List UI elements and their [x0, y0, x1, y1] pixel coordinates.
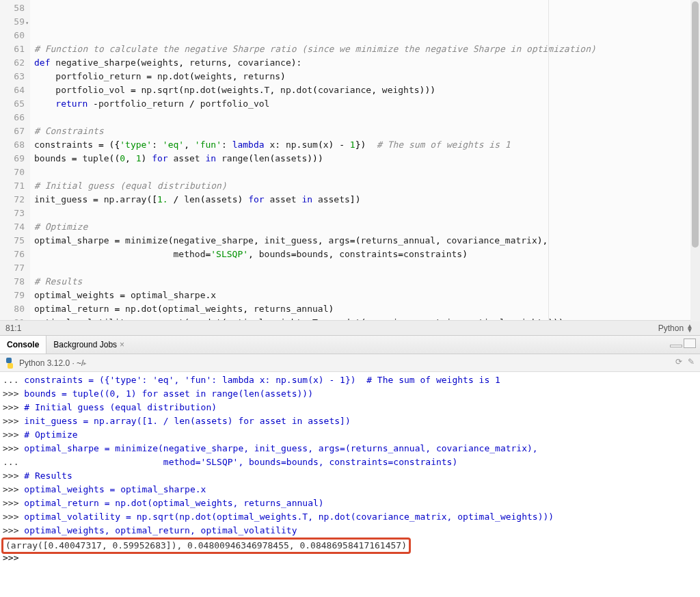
editor-pane: 5859▾60616263646566676869707172737475767… — [0, 0, 700, 335]
console-title: Python 3.12.0 · ~/ — [19, 358, 83, 368]
console-line: >>> optimal_return = np.dot(optimal_weig… — [3, 496, 697, 510]
console-line: >>> optimal_weights = optimal_sharpe.x — [3, 483, 697, 496]
console-line: >>> init_guess = np.array([1. / len(asse… — [3, 414, 697, 428]
code-content[interactable]: # Function to calculate the negative Sha… — [30, 0, 700, 320]
code-line[interactable]: portfolio_return = np.dot(weights, retur… — [34, 70, 700, 83]
code-area[interactable]: 5859▾60616263646566676869707172737475767… — [0, 0, 700, 320]
code-line[interactable]: # Optimize — [34, 220, 700, 234]
code-line[interactable]: method='SLSQP', bounds=bounds, constrain… — [34, 248, 700, 261]
minimize-panel-icon[interactable] — [670, 345, 682, 347]
code-line[interactable] — [34, 261, 700, 275]
cursor-position: 81:1 — [0, 323, 658, 333]
console-line: >>> optimal_weights, optimal_return, opt… — [3, 524, 697, 538]
close-icon[interactable]: × — [120, 340, 124, 349]
tab-console-label: Console — [7, 340, 39, 349]
code-line[interactable]: optimal_weights = optimal_sharpe.x — [34, 289, 700, 302]
code-line[interactable]: optimal_volatility = np.sqrt(np.dot(opti… — [34, 316, 700, 320]
panel-tabs-bar: Console Background Jobs × — [0, 335, 700, 354]
sync-icon[interactable]: ⟳ — [675, 357, 682, 367]
code-line[interactable]: def negative_sharpe(weights, returns, co… — [34, 56, 700, 70]
tab-console[interactable]: Console — [0, 336, 46, 354]
console-line: ... constraints = ({'type': 'eq', 'fun':… — [3, 373, 697, 387]
clear-icon[interactable]: ✎ — [688, 357, 695, 367]
console-line: >>> optimal_sharpe = minimize(negative_s… — [3, 442, 697, 455]
vertical-scrollbar[interactable] — [690, 0, 700, 320]
console-header: Python 3.12.0 · ~/ ▸ ⟳ ✎ — [0, 354, 700, 372]
code-line[interactable]: optimal_sharpe = minimize(negative_sharp… — [34, 234, 700, 248]
print-margin — [548, 0, 549, 320]
code-line[interactable]: portfolio_vol = np.sqrt(np.dot(weights.T… — [34, 83, 700, 97]
language-label: Python — [658, 323, 684, 333]
maximize-panel-icon[interactable] — [684, 339, 696, 348]
code-line[interactable]: init_guess = np.array([1. / len(assets) … — [34, 193, 700, 207]
console-line: >>> # Results — [3, 469, 697, 483]
code-line[interactable]: # Function to calculate the negative Sha… — [34, 42, 700, 56]
code-line[interactable] — [34, 165, 700, 179]
python-logo-icon — [4, 358, 15, 369]
code-line[interactable]: return -portfolio_return / portfolio_vol — [34, 97, 700, 111]
language-selector[interactable]: Python ▲▼ — [658, 323, 700, 333]
result-highlight: (array([0.40047317, 0.59952683]), 0.0480… — [1, 538, 411, 554]
chevron-updown-icon: ▲▼ — [686, 324, 693, 332]
code-line[interactable]: # Constraints — [34, 124, 700, 138]
console-line: >>> # Optimize — [3, 428, 697, 442]
console-output[interactable]: ... constraints = ({'type': 'eq', 'fun':… — [0, 372, 700, 597]
tab-background-jobs[interactable]: Background Jobs × — [46, 336, 131, 354]
panel-window-controls — [670, 339, 696, 348]
code-line[interactable]: optimal_return = np.dot(optimal_weights,… — [34, 302, 700, 316]
tab-bgjobs-label: Background Jobs — [53, 340, 117, 349]
code-line[interactable] — [34, 207, 700, 220]
console-line: >>> optimal_volatility = np.sqrt(np.dot(… — [3, 510, 697, 524]
status-bar: 81:1 Python ▲▼ — [0, 320, 700, 335]
console-result-line: (array([0.40047317, 0.59952683]), 0.0480… — [3, 538, 697, 551]
code-line[interactable]: bounds = tuple((0, 1) for asset in range… — [34, 152, 700, 165]
line-number-gutter: 5859▾60616263646566676869707172737475767… — [0, 0, 30, 320]
console-line: >>> bounds = tuple((0, 1) for asset in r… — [3, 387, 697, 401]
code-line[interactable]: # Initial guess (equal distribution) — [34, 179, 700, 193]
scroll-thumb[interactable] — [692, 1, 699, 248]
code-line[interactable] — [34, 111, 700, 124]
code-line[interactable]: constraints = ({'type': 'eq', 'fun': lam… — [34, 138, 700, 152]
console-line: >>> # Initial guess (equal distribution) — [3, 401, 697, 414]
console-line: ... method='SLSQP', bounds=bounds, const… — [3, 455, 697, 469]
code-line[interactable]: # Results — [34, 275, 700, 289]
